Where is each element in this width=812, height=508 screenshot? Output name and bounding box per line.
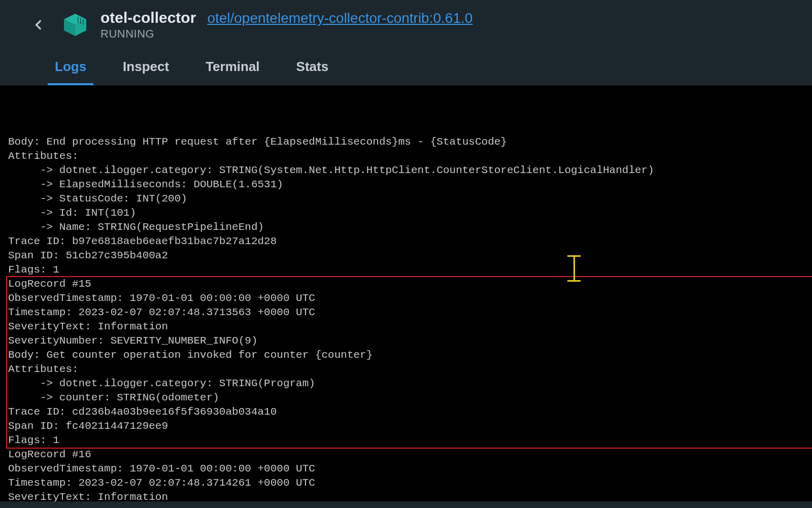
log-line: Flags: 1	[8, 263, 804, 277]
log-line: SeverityText: Information	[8, 490, 804, 501]
tab-terminal[interactable]: Terminal	[206, 50, 259, 85]
log-line: Body: Get counter operation invoked for …	[8, 348, 804, 362]
log-line: Timestamp: 2023-02-07 02:07:48.3714261 +…	[8, 476, 804, 490]
log-line: Trace ID: b97e6818aeb6eaefb31bac7b27a12d…	[8, 234, 804, 249]
tab-logs[interactable]: Logs	[55, 50, 86, 85]
log-line: -> Id: INT(101)	[8, 206, 804, 220]
log-line: Trace ID: cd236b4a03b9ee16f5f36930ab034a…	[8, 405, 804, 419]
log-line: Timestamp: 2023-02-07 02:07:48.3713563 +…	[8, 306, 804, 320]
chevron-left-icon	[32, 18, 46, 31]
log-line: Span ID: fc40211447129ee9	[8, 419, 804, 433]
log-line: -> ElapsedMilliseconds: DOUBLE(1.6531)	[8, 178, 804, 192]
log-line: Body: End processing HTTP request after …	[8, 135, 804, 149]
log-line: LogRecord #16	[8, 448, 804, 462]
container-name: otel-collector	[100, 9, 196, 26]
container-icon	[62, 12, 88, 38]
log-line: ObservedTimestamp: 1970-01-01 00:00:00 +…	[8, 291, 804, 306]
tab-stats[interactable]: Stats	[296, 50, 329, 85]
log-line: Attributes:	[8, 149, 804, 163]
status-badge: RUNNING	[100, 27, 472, 41]
tab-inspect[interactable]: Inspect	[123, 50, 169, 85]
container-header: otel-collector otel/opentelemetry-collec…	[0, 0, 812, 50]
log-line: ObservedTimestamp: 1970-01-01 00:00:00 +…	[8, 462, 804, 476]
log-line: -> StatusCode: INT(200)	[8, 192, 804, 206]
title-block: otel-collector otel/opentelemetry-collec…	[100, 9, 472, 41]
image-reference-link[interactable]: otel/opentelemetry-collector-contrib:0.6…	[207, 10, 472, 26]
log-line: -> Name: STRING(RequestPipelineEnd)	[8, 220, 804, 234]
tab-bar: Logs Inspect Terminal Stats	[0, 50, 812, 85]
log-output-pane[interactable]: Body: End processing HTTP request after …	[0, 85, 812, 501]
log-line: SeverityNumber: SEVERITY_NUMBER_INFO(9)	[8, 334, 804, 348]
log-line: -> dotnet.ilogger.category: STRING(Syste…	[8, 163, 804, 178]
back-button[interactable]	[28, 14, 50, 36]
log-line: Span ID: 51cb27c395b400a2	[8, 249, 804, 263]
log-line: -> dotnet.ilogger.category: STRING(Progr…	[8, 377, 804, 391]
log-line: Flags: 1	[8, 433, 804, 448]
log-line: SeverityText: Information	[8, 320, 804, 334]
log-line: LogRecord #15	[8, 277, 804, 291]
log-line: Attributes:	[8, 362, 804, 377]
log-line: -> counter: STRING(odometer)	[8, 391, 804, 405]
